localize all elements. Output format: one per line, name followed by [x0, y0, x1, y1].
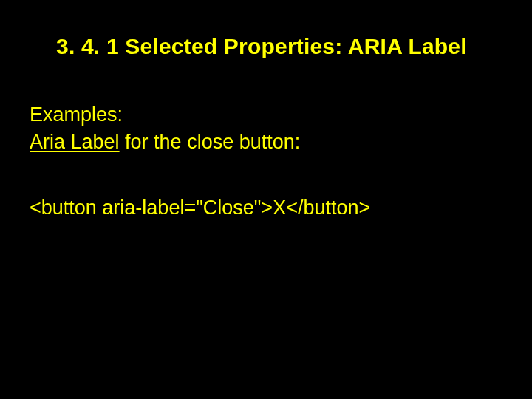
code-example: <button aria-label="Close">X</button> — [30, 195, 502, 221]
slide: 3. 4. 1 Selected Properties: ARIA Label … — [0, 0, 532, 399]
slide-body: Examples: Aria Label for the close butto… — [30, 102, 502, 221]
slide-title: 3. 4. 1 Selected Properties: ARIA Label — [56, 34, 502, 59]
aria-label-underlined-text: Aria Label — [30, 131, 120, 153]
examples-heading: Examples: — [30, 102, 502, 128]
aria-label-description: Aria Label for the close button: — [30, 129, 502, 155]
aria-label-rest-text: for the close button: — [120, 131, 301, 153]
